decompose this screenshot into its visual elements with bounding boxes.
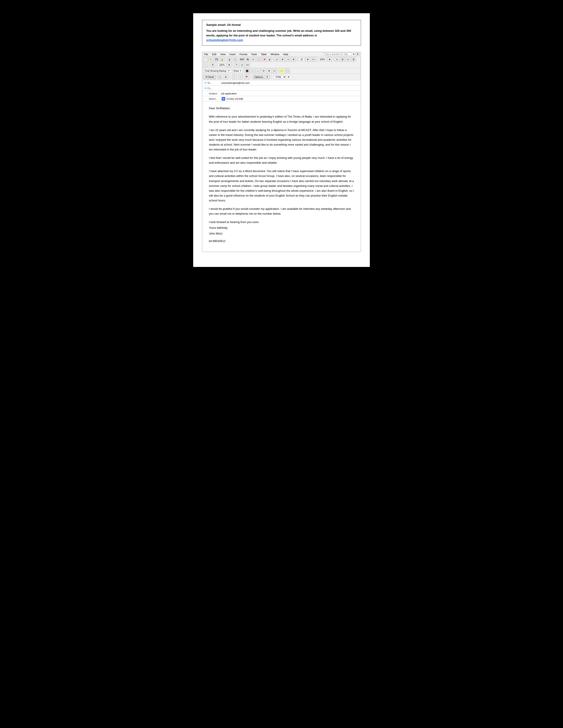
- menu-format[interactable]: Format: [239, 53, 248, 56]
- attach-filename[interactable]: CV.doc (10 KB): [226, 98, 243, 100]
- redo-button[interactable]: ↪: [286, 57, 291, 62]
- open-button[interactable]: 📂: [209, 57, 213, 62]
- align-left[interactable]: ≡: [335, 57, 339, 62]
- toolbar-sep-6: [333, 57, 334, 62]
- format-sep-2: [278, 69, 278, 73]
- markup-dropdown[interactable]: Final Showing Markup ▼: [203, 69, 232, 73]
- email-fields: 📧 To... 📧 Cc... Subject:: [202, 80, 361, 101]
- closing-3: John Mizzi: [209, 231, 354, 236]
- track-btn-5[interactable]: ▼: [267, 68, 271, 73]
- options-arrow-icon: ▼: [266, 76, 268, 78]
- misc-btn-2[interactable]: >>: [245, 62, 250, 67]
- para-mark[interactable]: ¶: [210, 62, 215, 67]
- help-search-area: ▼ ✕: [323, 53, 360, 56]
- menu-edit[interactable]: Edit: [211, 53, 217, 56]
- sample-prompt: You are looking for an interesting and c…: [206, 29, 357, 42]
- align-center[interactable]: ☰: [340, 57, 345, 62]
- research-button[interactable]: 📚: [245, 57, 250, 62]
- toolbar-sep-2: [238, 57, 239, 62]
- telephone: tel:99043612: [209, 239, 354, 244]
- menu-table[interactable]: Table: [260, 53, 267, 56]
- cc-row: 📧 Cc...: [202, 86, 361, 91]
- superscript-button[interactable]: x²: [311, 57, 316, 62]
- track-btn-3[interactable]: →: [256, 68, 260, 73]
- cc-input[interactable]: [220, 86, 361, 90]
- menu-tools[interactable]: Tools: [250, 53, 258, 56]
- format-toolbar: Final Showing Markup ▼ Show ▼ ⬛ ← → ✕ ▼ …: [202, 68, 361, 74]
- options-button[interactable]: Options... ▼: [253, 75, 270, 79]
- sample-title: Sample email: 2A formal: [206, 23, 357, 26]
- closing-2: Yours faithfully,: [209, 225, 354, 230]
- undo-button[interactable]: ↩: [274, 57, 279, 62]
- flag-btn[interactable]: 🚩: [244, 75, 249, 79]
- menu-bar: File Edit View Insert Format Tools Table…: [202, 52, 361, 56]
- send-button[interactable]: ✉ Send: [203, 75, 216, 79]
- track-btn-2[interactable]: ←: [250, 68, 255, 73]
- undo-arrow[interactable]: ▼: [280, 57, 285, 62]
- highlight-button[interactable]: A: [203, 62, 208, 67]
- toolbar-sep-7: [209, 63, 209, 67]
- align-right[interactable]: ≡: [346, 57, 351, 62]
- main-toolbar: 📄 📂 💾 🔒 🖨 🔍 ABC 📚 ✂ 📋 📌 🖌 ↩ ▼ ↪ ▼ ▼ x²: [202, 56, 361, 68]
- print-button[interactable]: 🖨: [227, 57, 232, 62]
- zoom2-input[interactable]: [218, 63, 226, 67]
- format-select[interactable]: HTML: [273, 75, 287, 79]
- send-icon: ✉: [205, 76, 207, 79]
- paragraph-3: I feel that I would be well-suited for t…: [209, 156, 354, 165]
- markup-arrow-icon: ▼: [228, 70, 230, 72]
- redo-arrow[interactable]: ▼: [291, 57, 296, 62]
- attach-file-button[interactable]: 📎: [217, 75, 222, 79]
- sample-box: Sample email: 2A formal You are looking …: [202, 20, 361, 46]
- track-btn-1[interactable]: ⬛: [244, 68, 249, 73]
- save-button[interactable]: 💾: [214, 57, 219, 62]
- menu-view[interactable]: View: [220, 53, 226, 56]
- priority-low[interactable]: ↓: [238, 75, 243, 79]
- attach-area: W CV.doc (10 KB): [220, 96, 245, 101]
- format-arrow-icon: ▼: [288, 76, 290, 78]
- format-painter[interactable]: 🖌: [267, 57, 272, 62]
- subject-label: Subject:: [204, 92, 218, 95]
- permission-button[interactable]: 🔒: [220, 57, 224, 62]
- comment-btn[interactable]: 💬: [279, 68, 285, 73]
- track-btn-4[interactable]: ✕: [261, 68, 266, 73]
- misc-btn-1[interactable]: ?: [234, 62, 239, 67]
- format-sep-1: [243, 69, 243, 73]
- help-search-input[interactable]: [323, 53, 352, 56]
- cc-label[interactable]: Cc...: [207, 87, 212, 90]
- menu-file[interactable]: File: [203, 53, 209, 56]
- cc-icon: 📧: [204, 87, 207, 89]
- preview-button[interactable]: 🔍: [232, 57, 237, 62]
- salutation: Dear Sir/Madam,: [209, 106, 354, 111]
- attach-arrow[interactable]: ▼: [223, 75, 228, 79]
- menu-insert[interactable]: Insert: [229, 53, 236, 56]
- to-row: 📧 To...: [202, 80, 361, 86]
- to-input[interactable]: [220, 81, 361, 85]
- zoom-arrow[interactable]: ▼: [327, 57, 332, 62]
- paste-button[interactable]: 📌: [262, 57, 267, 62]
- spell-button[interactable]: ABC: [240, 57, 244, 62]
- zoom-input[interactable]: [318, 58, 327, 61]
- closing-1: I look forward to hearing from you soon.: [209, 220, 354, 225]
- copy-button[interactable]: 📋: [256, 57, 261, 62]
- paragraph-1: With reference to your advertisement in …: [209, 114, 354, 124]
- color-btn[interactable]: A: [239, 62, 244, 67]
- show-dropdown[interactable]: Show ▼: [232, 69, 242, 73]
- email-client-window: File Edit View Insert Format Tools Table…: [202, 52, 361, 252]
- font-size-input[interactable]: [299, 58, 305, 61]
- to-label-area: 📧 To...: [202, 81, 220, 85]
- to-label[interactable]: To...: [207, 82, 212, 84]
- justify[interactable]: ☰: [351, 57, 356, 62]
- track-btn-6[interactable]: ↩: [272, 68, 277, 73]
- menu-window[interactable]: Window: [270, 53, 280, 56]
- new-button[interactable]: 📄: [203, 57, 208, 62]
- review-btn[interactable]: 📋: [285, 68, 290, 73]
- cut-button[interactable]: ✂: [251, 57, 256, 62]
- priority-high[interactable]: !: [232, 75, 237, 79]
- zoom2-arrow[interactable]: ▼: [227, 62, 231, 67]
- email-link[interactable]: schoolofenglish@info.com: [206, 38, 243, 42]
- close-icon[interactable]: ✕: [356, 53, 360, 56]
- font-size-down[interactable]: ▼: [305, 57, 310, 62]
- subject-input[interactable]: [220, 92, 361, 95]
- send-sep-3: [271, 75, 272, 79]
- menu-help[interactable]: Help: [283, 53, 289, 56]
